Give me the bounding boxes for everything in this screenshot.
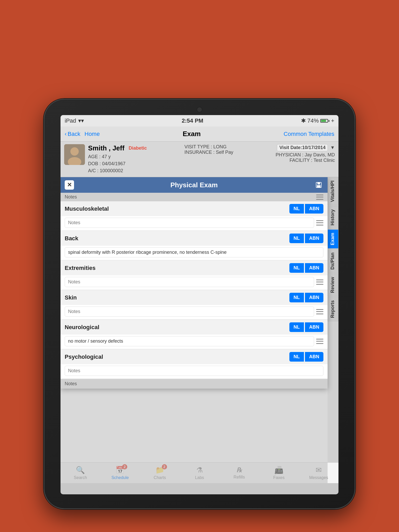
- modal-notes-bottom: Notes: [61, 379, 328, 389]
- neurological-notes-input[interactable]: [65, 336, 314, 346]
- exam-back: Back NL ABN: [61, 231, 328, 260]
- psychological-nl-btn[interactable]: NL: [289, 352, 304, 362]
- modal-close-button[interactable]: ✕: [65, 180, 74, 190]
- extremities-notes-row: [61, 275, 328, 290]
- list-icon-top: [316, 195, 323, 200]
- home-button[interactable]: Home: [84, 131, 100, 137]
- back-abn-btn[interactable]: ABN: [305, 234, 323, 243]
- back-label: Back: [65, 235, 289, 242]
- modal-save-button[interactable]: [314, 180, 323, 190]
- sidebar-item-vitals-hpi[interactable]: Vitals/HPI: [328, 177, 338, 205]
- sidebar-item-history[interactable]: History: [328, 206, 338, 229]
- exam-psychological: Psychological NL ABN: [61, 349, 328, 378]
- neurological-label: Neurological: [65, 324, 289, 331]
- notes-bottom-label: Notes: [65, 381, 77, 387]
- neurological-row: Neurological NL ABN: [61, 320, 328, 335]
- modal-notes-top: Notes: [61, 193, 328, 201]
- exam-neurological: Neurological NL ABN: [61, 320, 328, 349]
- insurance: INSURANCE : Self Pay: [184, 150, 272, 155]
- musculoskeletal-abn-btn[interactable]: ABN: [305, 204, 323, 214]
- psychological-abn-btn[interactable]: ABN: [305, 352, 323, 362]
- back-row: Back NL ABN: [61, 231, 328, 246]
- extremities-row: Extremities NL ABN: [61, 261, 328, 275]
- patient-header: Smith , Jeff Diabetic AGE : 47 y DOB : 0…: [61, 142, 338, 177]
- psychological-buttons: NL ABN: [289, 352, 323, 362]
- extremities-nl-btn[interactable]: NL: [289, 263, 304, 273]
- side-tabs: Vitals/HPI History Exam Dx/Plan Review R…: [328, 177, 338, 483]
- neurological-nl-btn[interactable]: NL: [289, 322, 304, 332]
- svg-point-1: [70, 147, 79, 156]
- skin-notes-row: [61, 305, 328, 319]
- calendar-icon: ▼: [330, 145, 335, 150]
- patient-avatar: [64, 144, 85, 165]
- camera: [197, 107, 202, 112]
- sidebar-item-reports[interactable]: Reports: [328, 297, 338, 321]
- device-label: iPad: [65, 117, 76, 124]
- nav-back-group[interactable]: ‹ Back Home: [65, 131, 100, 137]
- patient-age: AGE : 47 y: [88, 153, 176, 160]
- modal-body: Notes Musculoskeletal NL: [61, 193, 328, 389]
- visit-type: VISIT TYPE : LONG: [184, 144, 272, 150]
- list-icon-skin: [316, 309, 323, 314]
- back-nl-btn[interactable]: NL: [289, 234, 304, 243]
- status-bar: iPad ▾▾ 2:54 PM ✱ 74% +: [61, 115, 338, 127]
- sidebar-item-dxplan[interactable]: Dx/Plan: [328, 249, 338, 273]
- back-button[interactable]: Back: [68, 131, 80, 137]
- clock: 2:54 PM: [182, 117, 203, 124]
- content-area: ▽ Review of Systems ✎ System Status Note…: [61, 177, 338, 483]
- modal-title: Physical Exam: [74, 181, 314, 189]
- psychological-row: Psychological NL ABN: [61, 349, 328, 364]
- extremities-abn-btn[interactable]: ABN: [305, 263, 323, 273]
- physical-exam-modal: ✕ Physical Exam: [61, 177, 328, 389]
- extremities-notes-input[interactable]: [65, 277, 314, 287]
- psychological-notes-row: [61, 364, 328, 378]
- patient-name: Smith , Jeff: [88, 144, 124, 152]
- svg-rect-5: [317, 185, 321, 188]
- visit-date: Visit Date:10/17/2014: [277, 144, 328, 151]
- psychological-notes-input[interactable]: [65, 366, 323, 376]
- psychological-label: Psychological: [65, 354, 289, 360]
- skin-label: Skin: [65, 294, 289, 301]
- bluetooth-icon: ✱: [301, 117, 306, 124]
- back-notes-input[interactable]: [65, 247, 323, 257]
- physician: PHYSICIAN : Jay Davis, MD: [276, 152, 335, 158]
- skin-abn-btn[interactable]: ABN: [305, 293, 323, 302]
- sidebar-item-review[interactable]: Review: [328, 274, 338, 296]
- skin-row: Skin NL ABN: [61, 290, 328, 305]
- back-notes-row: [61, 246, 328, 260]
- svg-rect-4: [317, 182, 320, 184]
- notes-top-label: Notes: [65, 194, 77, 200]
- nav-bar: ‹ Back Home Exam Common Templates: [61, 127, 338, 142]
- list-icon-musculoskeletal: [316, 220, 323, 225]
- ipad-screen: iPad ▾▾ 2:54 PM ✱ 74% + ‹ Back Home: [61, 115, 338, 494]
- neurological-buttons: NL ABN: [289, 322, 323, 332]
- patient-info: Smith , Jeff Diabetic AGE : 47 y DOB : 0…: [88, 144, 176, 174]
- ipad-device: iPad ▾▾ 2:54 PM ✱ 74% + ‹ Back Home: [44, 99, 355, 509]
- facility: FACILITY : Test Clinic: [276, 158, 335, 163]
- exam-skin: Skin NL ABN: [61, 290, 328, 319]
- patient-dob: DOB : 04/04/1967: [88, 160, 176, 167]
- diabetic-badge: Diabetic: [129, 145, 147, 151]
- visit-info: VISIT TYPE : LONG INSURANCE : Self Pay: [179, 144, 272, 155]
- modal-header: ✕ Physical Exam: [61, 177, 328, 193]
- musculoskeletal-buttons: NL ABN: [289, 204, 323, 214]
- neurological-abn-btn[interactable]: ABN: [305, 322, 323, 332]
- wifi-icon: ▾▾: [78, 117, 84, 124]
- main-area: ▽ Review of Systems ✎ System Status Note…: [61, 177, 338, 483]
- battery-percent: 74%: [307, 117, 319, 124]
- nav-title: Exam: [100, 130, 284, 138]
- skin-nl-btn[interactable]: NL: [289, 293, 304, 302]
- exam-musculoskeletal: Musculoskeletal NL ABN: [61, 201, 328, 230]
- exam-extremities: Extremities NL ABN: [61, 261, 328, 290]
- musculoskeletal-notes-row: [61, 216, 328, 230]
- musculoskeletal-row: Musculoskeletal NL ABN: [61, 201, 328, 216]
- sidebar-item-exam[interactable]: Exam: [328, 229, 338, 249]
- skin-buttons: NL ABN: [289, 293, 323, 302]
- skin-notes-input[interactable]: [65, 307, 314, 317]
- list-icon-neurological: [316, 339, 323, 344]
- extremities-label: Extremities: [65, 265, 289, 271]
- musculoskeletal-nl-btn[interactable]: NL: [289, 204, 304, 214]
- list-icon-extremities: [316, 280, 323, 285]
- common-templates-button[interactable]: Common Templates: [284, 131, 334, 137]
- musculoskeletal-notes-input[interactable]: [65, 218, 314, 228]
